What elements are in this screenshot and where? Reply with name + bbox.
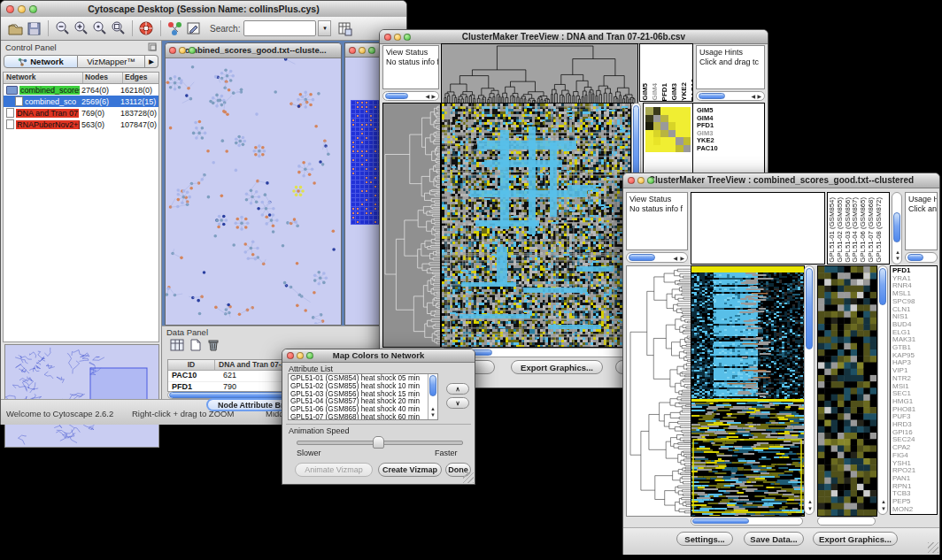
- search-dropdown-button[interactable]: ▾: [318, 20, 331, 36]
- matrix-cell[interactable]: [668, 137, 676, 145]
- attribute-list-item[interactable]: GPL51-07 (GSM868) heat shock 60 min: [290, 414, 436, 420]
- minimize-icon[interactable]: [297, 352, 304, 359]
- matrix-cell[interactable]: [676, 122, 683, 130]
- zoom-in-icon[interactable]: [72, 19, 90, 37]
- float-panel-icon[interactable]: [148, 39, 157, 55]
- matrix-cell[interactable]: [676, 107, 683, 115]
- attribute-select-icon[interactable]: [169, 338, 185, 356]
- close-icon[interactable]: [349, 47, 356, 54]
- help-lifering-icon[interactable]: [137, 19, 156, 37]
- zoom-icon[interactable]: [368, 47, 375, 54]
- matrix-cell[interactable]: [668, 122, 676, 130]
- minimize-icon[interactable]: [179, 47, 186, 54]
- tv1-zoom-matrix[interactable]: [645, 107, 691, 152]
- table-row[interactable]: RNAPuberNov2+|563(0)107847(0): [4, 119, 158, 130]
- tv2-settings-button[interactable]: Settings...: [676, 532, 733, 546]
- tv2-usage-hints-scrollbar[interactable]: [905, 252, 938, 263]
- close-icon[interactable]: [628, 177, 635, 184]
- tab-network[interactable]: Network: [4, 55, 78, 68]
- zoom-icon[interactable]: [189, 47, 196, 54]
- treeview2-titlebar[interactable]: ClusterMaker TreeView : combined_scores_…: [623, 173, 939, 188]
- matrix-cell[interactable]: [660, 137, 668, 145]
- dialog-titlebar[interactable]: Map Colors to Network: [282, 349, 475, 363]
- minimize-icon[interactable]: [18, 5, 26, 13]
- tv1-row-dendrogram[interactable]: [382, 103, 441, 348]
- table-row[interactable]: combined_sco2569(6)13112(15): [4, 96, 158, 107]
- network-name-cell[interactable]: DNA and Tran 07: [4, 108, 80, 118]
- network-name-cell[interactable]: combined_scores: [4, 86, 80, 95]
- tv2-gene-list-scrollbar[interactable]: ▲▼: [877, 265, 888, 515]
- zoom-selected-icon[interactable]: [90, 19, 109, 37]
- tv2-view-status-scrollbar[interactable]: ◀▶: [626, 252, 688, 263]
- close-icon[interactable]: [169, 47, 176, 54]
- network-name-cell[interactable]: combined_sco: [4, 96, 80, 106]
- tv2-export-graphics-button[interactable]: Export Graphics...: [813, 532, 898, 546]
- tv1-column-dendrogram[interactable]: [441, 43, 638, 104]
- matrix-cell[interactable]: [668, 107, 676, 115]
- matrix-cell[interactable]: [653, 115, 661, 123]
- delete-attribute-icon[interactable]: [206, 338, 220, 356]
- table-row[interactable]: DNA and Tran 07769(0)183728(0): [4, 107, 158, 119]
- minimize-icon[interactable]: [637, 177, 645, 184]
- matrix-cell[interactable]: [660, 115, 668, 123]
- new-attribute-icon[interactable]: [189, 338, 203, 356]
- tv2-heatmap-hscrollbar[interactable]: [691, 517, 803, 525]
- matrix-cell[interactable]: [683, 122, 691, 130]
- matrix-cell[interactable]: [653, 107, 661, 115]
- close-icon[interactable]: [287, 352, 294, 359]
- matrix-cell[interactable]: [653, 137, 661, 145]
- matrix-cell[interactable]: [645, 122, 653, 130]
- tv1-usage-hints-scrollbar[interactable]: ◀▶: [696, 91, 765, 101]
- network-view-canvas[interactable]: [166, 58, 339, 324]
- matrix-cell[interactable]: [668, 115, 676, 123]
- zoom-icon[interactable]: [647, 177, 654, 184]
- tv2-zoom-heatmap[interactable]: [817, 265, 877, 517]
- matrix-cell[interactable]: [660, 107, 668, 115]
- vizmapper-icon[interactable]: [166, 19, 184, 37]
- speed-slider-thumb[interactable]: [373, 436, 384, 449]
- attribute-listbox[interactable]: GPL51-01 (GSM854) heat shock 05 minGPL51…: [288, 373, 438, 420]
- matrix-cell[interactable]: [660, 145, 668, 153]
- tv2-save-data-button[interactable]: Save Data...: [744, 532, 804, 546]
- main-titlebar[interactable]: Cytoscape Desktop (Session Name: collins…: [1, 1, 406, 18]
- matrix-cell[interactable]: [683, 107, 691, 115]
- zoom-icon[interactable]: [306, 352, 313, 359]
- tv2-column-labels-scrollbar[interactable]: ▲▼: [892, 192, 902, 265]
- matrix-cell[interactable]: [660, 122, 668, 130]
- tv1-export-graphics-button[interactable]: Export Graphics...: [511, 360, 603, 374]
- matrix-cell[interactable]: [683, 137, 691, 145]
- tv1-global-heatmap[interactable]: [441, 103, 631, 348]
- tab-overflow-button[interactable]: ▶: [145, 55, 158, 68]
- matrix-cell[interactable]: [645, 107, 653, 115]
- matrix-cell[interactable]: [645, 115, 653, 123]
- birdseye-canvas[interactable]: [5, 345, 157, 445]
- matrix-cell[interactable]: [645, 130, 653, 138]
- zoom-icon[interactable]: [29, 5, 37, 13]
- matrix-cell[interactable]: [645, 137, 653, 145]
- matrix-cell[interactable]: [668, 145, 676, 153]
- matrix-cell[interactable]: [653, 145, 661, 153]
- minimize-icon[interactable]: [394, 34, 401, 41]
- matrix-cell[interactable]: [683, 145, 691, 153]
- import-table-icon[interactable]: [336, 19, 354, 37]
- zoom-icon[interactable]: [404, 34, 411, 41]
- close-icon[interactable]: [384, 34, 391, 41]
- tv2-row-dendrogram[interactable]: [626, 265, 691, 517]
- resize-grip[interactable]: [463, 472, 474, 483]
- move-down-button[interactable]: ∨: [446, 397, 469, 409]
- col-id[interactable]: ID: [168, 360, 214, 370]
- network-name-cell[interactable]: RNAPuberNov2+|: [4, 119, 80, 129]
- matrix-cell[interactable]: [653, 130, 661, 138]
- table-row[interactable]: combined_scores2764(0)16218(0): [4, 84, 158, 96]
- open-file-icon[interactable]: [6, 19, 25, 37]
- treeview1-titlebar[interactable]: ClusterMaker TreeView : DNA and Tran 07-…: [380, 30, 768, 44]
- matrix-cell[interactable]: [683, 115, 691, 123]
- tv2-column-dendrogram-area[interactable]: [691, 192, 825, 265]
- close-icon[interactable]: [6, 5, 14, 13]
- col-nodes[interactable]: Nodes: [82, 73, 122, 83]
- matrix-cell[interactable]: [683, 130, 691, 138]
- col-network[interactable]: Network: [4, 73, 82, 83]
- tab-vizmapper[interactable]: VizMapper™: [78, 55, 145, 68]
- search-input[interactable]: [243, 20, 316, 36]
- annotation-icon[interactable]: [184, 19, 203, 37]
